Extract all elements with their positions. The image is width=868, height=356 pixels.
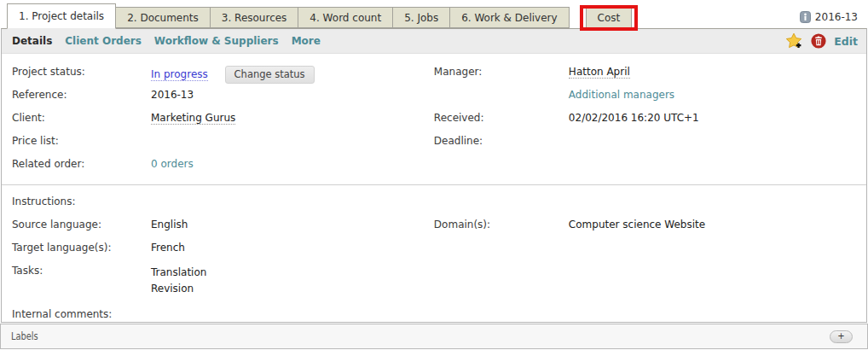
task-item: Revision xyxy=(151,281,206,297)
field-label: Received: xyxy=(434,112,569,124)
subnav-item-client-orders[interactable]: Client Orders xyxy=(65,35,142,47)
project-status-link[interactable]: In progress xyxy=(151,68,208,81)
delete-trash-icon[interactable] xyxy=(811,33,826,49)
domains-value: Computer science Website xyxy=(569,219,705,231)
labels-title: Labels xyxy=(11,330,38,342)
field-row-domains: Domain(s): Computer science Website xyxy=(434,219,866,242)
tab-work-delivery[interactable]: 6. Work & Delivery xyxy=(449,7,569,28)
client-link[interactable]: Marketing Gurus xyxy=(151,112,235,125)
field-label: Related order: xyxy=(12,158,151,170)
field-row-reference: Reference: 2016-13 xyxy=(12,89,425,112)
field-label: Domain(s): xyxy=(434,219,569,231)
field-row-tasks: Tasks: Translation Revision xyxy=(12,265,425,297)
source-language-value: English xyxy=(151,219,188,231)
related-orders-link[interactable]: 0 orders xyxy=(151,158,194,170)
field-label: Deadline: xyxy=(434,135,569,147)
field-row-client: Client: Marketing Gurus xyxy=(12,112,425,135)
field-label: Client: xyxy=(12,112,151,124)
tab-bar: 1. Project details 2. Documents 3. Resou… xyxy=(0,0,868,28)
task-item: Translation xyxy=(151,265,206,281)
field-row-manager: Manager: Hatton April xyxy=(434,66,866,89)
field-row-additional-managers: Additional managers xyxy=(434,89,866,112)
field-label: Instructions: xyxy=(12,196,151,207)
subnav-item-more[interactable]: More xyxy=(292,35,321,47)
field-label: Internal comments: xyxy=(12,308,151,320)
field-row-deadline: Deadline: xyxy=(434,135,866,158)
tab-cost-label: Cost xyxy=(598,12,621,24)
project-reference-text: 2016-13 xyxy=(815,11,858,23)
change-status-button[interactable]: Change status xyxy=(225,66,315,84)
favorite-star-plus-icon[interactable] xyxy=(785,32,803,50)
info-icon xyxy=(800,11,811,23)
field-row-received: Received: 02/02/2016 16:20 UTC+1 xyxy=(434,112,866,135)
section-languages: Instructions: Source language: English T… xyxy=(2,185,866,331)
target-language-value: French xyxy=(151,242,185,254)
field-row-project-status: Project status: In progress Change statu… xyxy=(12,66,425,89)
project-reference-badge: 2016-13 xyxy=(800,11,868,28)
field-row-source-language: Source language: English xyxy=(12,219,425,242)
field-row-target-languages: Target language(s): French xyxy=(12,242,425,265)
spacer-row xyxy=(434,196,866,219)
field-label: Project status: xyxy=(12,66,151,78)
field-label: Target language(s): xyxy=(12,242,151,254)
field-row-instructions: Instructions: xyxy=(12,196,425,219)
tab-resources[interactable]: 3. Resources xyxy=(210,7,299,28)
edit-button[interactable]: Edit xyxy=(834,35,858,48)
received-value: 02/02/2016 16:20 UTC+1 xyxy=(569,112,699,124)
field-row-related-order: Related order: 0 orders xyxy=(12,158,425,181)
field-label: Tasks: xyxy=(12,265,151,277)
tab-jobs[interactable]: 5. Jobs xyxy=(392,7,450,28)
labels-bar: Labels + xyxy=(0,324,868,349)
subnav-actions: Edit xyxy=(785,32,858,50)
section-status: Project status: In progress Change statu… xyxy=(2,54,866,181)
project-details-panel: Details Client Orders Workflow & Supplie… xyxy=(1,28,867,323)
additional-managers-link[interactable]: Additional managers xyxy=(569,89,674,101)
subnav-item-workflow-suppliers[interactable]: Workflow & Suppliers xyxy=(154,35,279,47)
tasks-value: Translation Revision xyxy=(151,265,206,297)
tab-documents[interactable]: 2. Documents xyxy=(115,7,211,28)
add-label-button[interactable]: + xyxy=(830,330,853,343)
field-label: Price list: xyxy=(12,135,151,147)
tab-project-details[interactable]: 1. Project details xyxy=(7,3,116,29)
manager-link[interactable]: Hatton April xyxy=(569,66,630,79)
tab-cost[interactable]: Cost xyxy=(586,7,633,28)
tab-word-count[interactable]: 4. Word count xyxy=(298,7,393,28)
field-label: Reference: xyxy=(12,89,151,101)
reference-value: 2016-13 xyxy=(151,89,194,101)
subnav-bar: Details Client Orders Workflow & Supplie… xyxy=(2,29,866,54)
field-row-price-list: Price list: xyxy=(12,135,425,158)
subnav-item-details[interactable]: Details xyxy=(12,35,52,47)
field-label: Manager: xyxy=(434,66,569,78)
field-label: Source language: xyxy=(12,219,151,231)
